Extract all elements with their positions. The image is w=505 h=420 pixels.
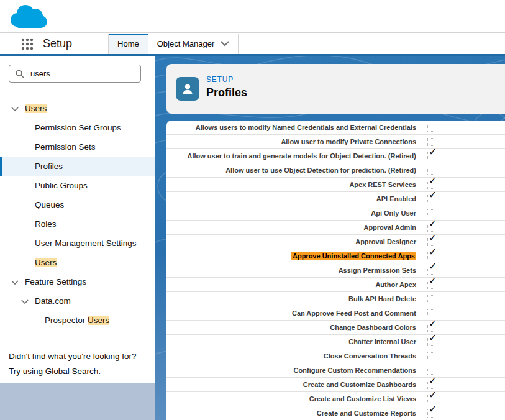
sidebar-item-label: Prospector Users bbox=[45, 316, 109, 325]
permission-label: Approval Designer bbox=[166, 238, 416, 245]
page-body: UsersPermission Set GroupsPermission Set… bbox=[0, 56, 505, 420]
permission-label: Can Approve Feed Post and Comment bbox=[166, 309, 416, 317]
checkmark-icon: ✓ bbox=[429, 376, 437, 386]
table-row: Assign Permission Sets✓ bbox=[166, 263, 505, 278]
table-row: Apex REST Services✓ bbox=[166, 178, 505, 192]
sidebar-item-label: Queues bbox=[35, 200, 64, 209]
table-row: Change Dashboard Colors✓ bbox=[166, 321, 505, 335]
sidebar-item-queues[interactable]: Queues bbox=[0, 195, 155, 214]
tab-home[interactable]: Home bbox=[108, 34, 148, 54]
table-row: Allow user to train and generate models … bbox=[166, 149, 505, 163]
permission-checkbox[interactable]: ✓ bbox=[427, 181, 435, 189]
top-header-bar bbox=[0, 0, 505, 33]
permission-checkbox[interactable]: ✓ bbox=[427, 195, 435, 203]
permission-checkbox[interactable] bbox=[427, 124, 435, 132]
sidebar-item-prospector-users[interactable]: Prospector Users bbox=[0, 311, 155, 330]
permission-checkbox[interactable]: ✓ bbox=[427, 252, 435, 260]
search-match-highlight: Users bbox=[25, 104, 47, 113]
permission-label: Api Only User bbox=[166, 209, 416, 217]
sidebar-item-user-management-settings[interactable]: User Management Settings bbox=[0, 234, 155, 253]
tab-object-manager[interactable]: Object Manager bbox=[148, 34, 239, 54]
sidebar-item-permission-sets[interactable]: Permission Sets bbox=[0, 137, 155, 157]
sidebar-item-label: Users bbox=[35, 258, 57, 267]
search-icon bbox=[16, 70, 24, 78]
permission-label: Close Conversation Threads bbox=[166, 352, 416, 360]
permission-label: Allows users to modify Named Credentials… bbox=[166, 124, 416, 131]
permission-checkbox-cell: ✓ bbox=[416, 406, 503, 420]
sidebar-item-users[interactable]: Users bbox=[0, 253, 155, 272]
search-match-highlight: Users bbox=[35, 258, 57, 267]
chevron-down-icon[interactable] bbox=[11, 99, 25, 119]
table-row: Create and Customize Dashboards✓ bbox=[166, 378, 505, 392]
permission-checkbox[interactable] bbox=[427, 367, 435, 375]
sidebar-item-users[interactable]: Users bbox=[0, 99, 155, 118]
checkmark-icon: ✓ bbox=[429, 333, 437, 343]
sidebar-item-label: Roles bbox=[35, 219, 57, 229]
permission-checkbox[interactable]: ✓ bbox=[427, 238, 435, 246]
app-launcher-icon[interactable] bbox=[20, 37, 34, 51]
table-row: Allow user to modify Private Connections bbox=[166, 135, 505, 149]
chevron-down-icon bbox=[221, 41, 229, 47]
checkmark-icon: ✓ bbox=[429, 247, 437, 257]
search-match-highlight: Approve Uninstalled Connected Apps bbox=[291, 252, 416, 260]
sidebar-search-box bbox=[9, 65, 141, 83]
table-row: Close Conversation Threads bbox=[166, 349, 505, 363]
permission-label: Create and Customize Reports bbox=[166, 409, 416, 417]
chevron-down-icon[interactable] bbox=[11, 273, 25, 292]
permission-checkbox[interactable]: ✓ bbox=[427, 395, 435, 403]
permission-checkbox[interactable]: ✓ bbox=[427, 267, 435, 275]
sidebar-item-label: Public Groups bbox=[35, 181, 88, 190]
permission-checkbox[interactable] bbox=[427, 309, 435, 317]
permission-checkbox[interactable]: ✓ bbox=[427, 381, 435, 389]
permission-checkbox[interactable] bbox=[427, 209, 435, 217]
checkmark-icon: ✓ bbox=[429, 390, 437, 400]
table-row: Can Approve Feed Post and Comment bbox=[166, 306, 505, 321]
quick-find-input[interactable] bbox=[30, 66, 136, 81]
table-row: Api Only User bbox=[166, 206, 505, 221]
checkmark-icon: ✓ bbox=[429, 276, 437, 286]
sidebar-item-data-com[interactable]: Data.com bbox=[0, 291, 155, 311]
permission-checkbox[interactable]: ✓ bbox=[427, 409, 435, 418]
sidebar-item-profiles[interactable]: Profiles bbox=[0, 157, 155, 176]
main-content: SETUP Profiles Allows users to modify Na… bbox=[155, 56, 505, 420]
page-header-card: SETUP Profiles bbox=[166, 64, 505, 114]
table-row: Allows users to modify Named Credentials… bbox=[166, 121, 505, 135]
permission-label: Change Dashboard Colors bbox=[166, 324, 416, 331]
sidebar-item-feature-settings[interactable]: Feature Settings bbox=[0, 272, 155, 291]
checkmark-icon: ✓ bbox=[429, 404, 437, 414]
setup-app-title: Setup bbox=[43, 34, 72, 54]
permission-label: Approval Admin bbox=[166, 224, 416, 231]
checkmark-icon: ✓ bbox=[429, 219, 437, 229]
permission-label: Bulk API Hard Delete bbox=[166, 295, 416, 303]
sidebar-item-permission-set-groups[interactable]: Permission Set Groups bbox=[0, 118, 155, 137]
permission-checkbox[interactable] bbox=[427, 295, 435, 303]
permission-checkbox[interactable]: ✓ bbox=[427, 152, 435, 160]
salesforce-logo-icon[interactable] bbox=[8, 3, 48, 30]
permission-checkbox[interactable]: ✓ bbox=[427, 324, 435, 332]
permission-checkbox[interactable]: ✓ bbox=[427, 281, 435, 289]
chevron-down-icon[interactable] bbox=[21, 292, 35, 311]
permission-label: Chatter Internal User bbox=[166, 338, 416, 345]
permission-checkbox[interactable]: ✓ bbox=[427, 338, 435, 346]
permission-checkbox-cell bbox=[416, 121, 503, 135]
table-row: Author Apex✓ bbox=[166, 278, 505, 292]
permission-checkbox[interactable] bbox=[427, 138, 435, 146]
permission-checkbox[interactable]: ✓ bbox=[427, 224, 435, 232]
profile-person-icon bbox=[176, 77, 199, 101]
permission-label: Allow user to modify Private Connections bbox=[166, 138, 416, 145]
checkmark-icon: ✓ bbox=[429, 147, 437, 157]
sidebar-item-label: User Management Settings bbox=[35, 239, 137, 248]
permission-checkbox[interactable] bbox=[427, 167, 435, 175]
permission-checkbox-cell: ✓ bbox=[416, 192, 503, 206]
permission-label: Allow user to use Object Detection for p… bbox=[166, 167, 416, 174]
permission-label: Create and Customize Dashboards bbox=[166, 381, 416, 388]
setup-navbar: Setup Home Object Manager bbox=[0, 34, 505, 56]
table-row: Allow user to use Object Detection for p… bbox=[166, 163, 505, 178]
permission-checkbox[interactable] bbox=[427, 352, 435, 360]
sidebar-item-label: Data.com bbox=[35, 296, 71, 306]
permission-checkbox-cell: ✓ bbox=[416, 335, 503, 349]
permissions-table: Allows users to modify Named Credentials… bbox=[166, 121, 505, 420]
sidebar-item-label: Users bbox=[25, 104, 47, 113]
sidebar-item-public-groups[interactable]: Public Groups bbox=[0, 176, 155, 195]
sidebar-item-roles[interactable]: Roles bbox=[0, 214, 155, 234]
